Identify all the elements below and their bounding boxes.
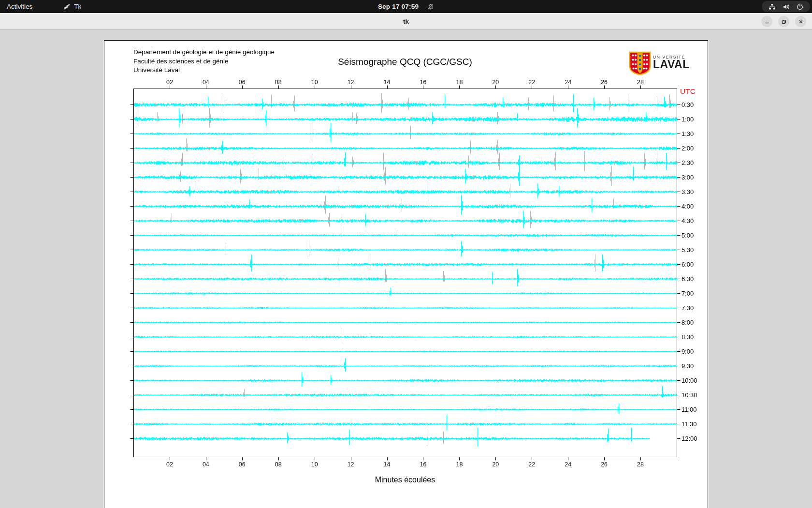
x-tick-label-top: 06 xyxy=(239,79,246,86)
minimize-button[interactable] xyxy=(761,16,772,27)
utc-time-label: 4:30 xyxy=(682,217,694,224)
volume-icon xyxy=(783,3,790,10)
x-tick-label-top: 02 xyxy=(166,79,173,86)
tk-app-label: Tk xyxy=(74,3,81,10)
x-tick-label-top: 10 xyxy=(311,79,318,86)
x-tick-label-bottom: 24 xyxy=(565,461,571,468)
utc-time-label: 6:30 xyxy=(682,275,694,283)
x-tick-label-bottom: 08 xyxy=(275,461,282,468)
x-tick-label-top: 26 xyxy=(601,79,608,86)
x-tick-label-bottom: 12 xyxy=(348,461,354,468)
x-tick-label-top: 14 xyxy=(384,79,391,86)
window-titlebar: tk xyxy=(0,13,812,30)
utc-time-label: 5:00 xyxy=(682,232,694,239)
maximize-button[interactable] xyxy=(778,16,789,27)
x-tick-label-top: 18 xyxy=(456,79,463,86)
x-tick-label-bottom: 26 xyxy=(601,461,608,468)
utc-time-label: 11:30 xyxy=(682,420,697,428)
x-tick-label-bottom: 10 xyxy=(311,461,318,468)
x-tick-label-bottom: 28 xyxy=(637,461,644,468)
utc-time-label: 3:00 xyxy=(682,174,694,181)
x-tick-label-top: 08 xyxy=(275,79,282,86)
utc-time-label: 7:00 xyxy=(682,290,694,297)
utc-time-label: 2:00 xyxy=(682,145,694,152)
utc-time-label: 7:30 xyxy=(682,304,694,312)
utc-time-label: 4:00 xyxy=(682,203,694,210)
utc-time-label: 9:00 xyxy=(682,348,694,355)
utc-time-label: 0:30 xyxy=(682,101,694,108)
tk-feather-icon xyxy=(63,3,71,10)
system-tray[interactable] xyxy=(762,1,810,12)
utc-time-label: 2:30 xyxy=(682,159,694,166)
clock[interactable]: Sep 17 07:59 xyxy=(378,3,419,10)
utc-time-label: 5:30 xyxy=(682,246,694,254)
x-tick-label-top: 16 xyxy=(420,79,427,86)
utc-time-label: 1:00 xyxy=(682,116,694,123)
utc-time-label: 10:30 xyxy=(682,391,697,399)
gnome-top-bar: Activities Tk Sep 17 07:59 xyxy=(0,0,812,13)
utc-time-label: 1:30 xyxy=(682,130,694,137)
utc-time-label: 12:00 xyxy=(682,435,697,442)
desktop-background: Département de géologie et de génie géol… xyxy=(0,30,812,508)
x-tick-label-top: 12 xyxy=(348,79,354,86)
close-button[interactable] xyxy=(795,16,806,27)
tk-app-indicator[interactable]: Tk xyxy=(59,0,85,13)
logo-laval-text: LAVAL xyxy=(653,60,690,70)
power-icon xyxy=(797,3,803,10)
x-tick-label-top: 04 xyxy=(203,79,209,86)
helicorder-plot xyxy=(104,41,707,507)
x-tick-label-bottom: 22 xyxy=(528,461,535,468)
x-tick-label-bottom: 20 xyxy=(492,461,499,468)
utc-time-label: 10:00 xyxy=(682,377,697,384)
activities-button[interactable]: Activities xyxy=(0,0,39,13)
utc-time-label: 8:30 xyxy=(682,333,694,341)
utc-time-label: 9:30 xyxy=(682,362,694,370)
x-tick-label-bottom: 14 xyxy=(384,461,391,468)
institution-line-1: Département de géologie et de génie géol… xyxy=(133,48,275,57)
utc-time-label: 6:00 xyxy=(682,261,694,268)
utc-time-label: 3:30 xyxy=(682,188,694,195)
network-icon xyxy=(768,3,776,10)
seismograph-canvas-window: Département de géologie et de génie géol… xyxy=(104,40,708,508)
notifications-disabled-icon xyxy=(427,3,434,10)
x-tick-label-top: 24 xyxy=(565,79,571,86)
window-title: tk xyxy=(0,14,812,29)
utc-time-label: 8:00 xyxy=(682,319,694,326)
plot-title: Séismographe QCQ (CGC/GSC) xyxy=(133,57,677,67)
x-tick-label-bottom: 18 xyxy=(456,461,463,468)
x-tick-label-bottom: 04 xyxy=(203,461,209,468)
universite-laval-logo: UNIVERSITÉ LAVAL xyxy=(629,51,692,75)
utc-time-label: 11:00 xyxy=(682,406,697,413)
x-tick-label-bottom: 02 xyxy=(166,461,173,468)
utc-axis-title: UTC xyxy=(680,87,696,96)
laval-shield-icon xyxy=(629,51,651,75)
x-tick-label-bottom: 16 xyxy=(420,461,427,468)
x-tick-label-top: 20 xyxy=(492,79,499,86)
x-tick-label-top: 28 xyxy=(637,79,644,86)
x-axis-title: Minutes écoulées xyxy=(133,476,677,484)
x-tick-label-top: 22 xyxy=(528,79,535,86)
x-tick-label-bottom: 06 xyxy=(239,461,246,468)
